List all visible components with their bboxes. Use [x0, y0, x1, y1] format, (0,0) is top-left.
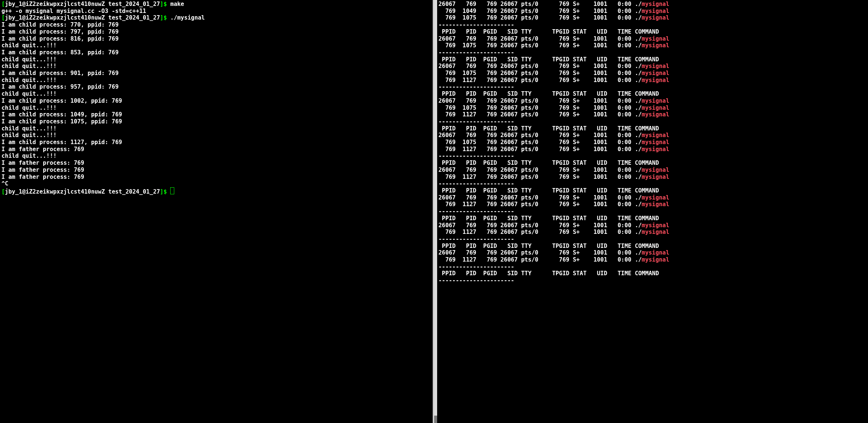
output-line: child quit...!!!	[1, 153, 56, 159]
cmd-prefix: ./	[635, 105, 642, 111]
ps-row: 769 1075 769 26067 pts/0 769 S+ 1001 0:0…	[439, 42, 669, 49]
ps-row: 26067 769 769 26067 pts/0 769 S+ 1001 0:…	[439, 194, 669, 201]
prompt-bracket-close: ]$	[160, 14, 167, 21]
output-line: g++ -o mysignal mysignal.cc -O3 -std=c++…	[1, 8, 146, 14]
prompt-dir: test_2024_01_27	[108, 188, 160, 195]
ps-header: PPID PID PGID SID TTY TPGID STAT UID TIM…	[439, 187, 659, 194]
output-line: child quit...!!!	[1, 91, 56, 97]
prompt-bracket-close: ]$	[160, 188, 167, 195]
output-line: I am father process: 769	[1, 160, 84, 166]
dashes: ----------------------	[439, 263, 514, 270]
output-line: ^C	[1, 180, 8, 187]
ps-row: 26067 769 769 26067 pts/0 769 S+ 1001 0:…	[439, 249, 669, 256]
ps-row: 769 1127 769 26067 pts/0 769 S+ 1001 0:0…	[439, 77, 669, 83]
cmd-name: mysignal	[642, 8, 669, 14]
cursor	[170, 187, 174, 194]
cmd-prefix: ./	[635, 229, 642, 235]
ps-row: 26067 769 769 26067 pts/0 769 S+ 1001 0:…	[439, 222, 669, 229]
ps-row: 26067 769 769 26067 pts/0 769 S+ 1001 0:…	[439, 98, 669, 104]
cmd-prefix: ./	[635, 256, 642, 263]
ps-header: PPID PID PGID SID TTY TPGID STAT UID TIM…	[439, 125, 659, 132]
ps-header: PPID PID PGID SID TTY TPGID STAT UID TIM…	[439, 160, 659, 166]
cmd-prefix: ./	[635, 1, 642, 7]
dashes: ----------------------	[439, 118, 514, 125]
cmd-prefix: ./	[635, 14, 642, 21]
cmd-name: mysignal	[642, 201, 669, 208]
prompt-bracket-open: [	[1, 188, 5, 195]
output-line: child quit...!!!	[1, 56, 56, 63]
cmd-prefix: ./	[635, 139, 642, 146]
cmd-prefix: ./	[635, 222, 642, 229]
dashes: ----------------------	[439, 83, 514, 90]
terminal-right-pane[interactable]: 26067 769 769 26067 pts/0 769 S+ 1001 0:…	[437, 0, 868, 423]
cmd-prefix: ./	[635, 8, 642, 14]
cmd-name: mysignal	[642, 1, 669, 7]
cmd-prefix: ./	[635, 132, 642, 139]
prompt-dir: test_2024_01_27	[108, 14, 160, 21]
cmd-name: mysignal	[642, 132, 669, 139]
ps-row: 26067 769 769 26067 pts/0 769 S+ 1001 0:…	[439, 167, 669, 173]
prompt-dir: test_2024_01_27	[108, 1, 160, 7]
ps-row: 769 1075 769 26067 pts/0 769 S+ 1001 0:0…	[439, 105, 669, 111]
output-line: I am child process: 1127, ppid: 769	[1, 139, 122, 146]
cmd-name: mysignal	[642, 222, 669, 229]
cmd-name: mysignal	[642, 42, 669, 49]
ps-header: PPID PID PGID SID TTY TPGID STAT UID TIM…	[439, 91, 659, 97]
cmd-name: mysignal	[642, 14, 669, 21]
output-line: child quit...!!!	[1, 105, 56, 111]
cmd-name: mysignal	[642, 35, 669, 42]
cmd-name: mysignal	[642, 249, 669, 256]
output-line: I am child process: 1002, ppid: 769	[1, 98, 122, 104]
output-line: I am child process: 853, ppid: 769	[1, 49, 119, 56]
output-line: I am child process: 957, ppid: 769	[1, 83, 119, 90]
output-line: I am child process: 770, ppid: 769	[1, 21, 119, 28]
cmd-name: mysignal	[642, 229, 669, 235]
cmd-name: mysignal	[642, 111, 669, 118]
output-line: child quit...!!!	[1, 132, 56, 139]
prompt-bracket-open: [	[1, 14, 5, 21]
cmd-prefix: ./	[635, 77, 642, 83]
output-line: I am child process: 816, ppid: 769	[1, 35, 119, 42]
ps-row: 769 1127 769 26067 pts/0 769 S+ 1001 0:0…	[439, 174, 669, 180]
output-line: I am child process: 1049, ppid: 769	[1, 111, 122, 118]
output-line: I am child process: 901, ppid: 769	[1, 70, 119, 76]
prompt-bracket-open: [	[1, 1, 5, 7]
terminal-left-pane[interactable]: [jby_1@iZ2zeikwpxzjlcst410nuwZ test_2024…	[0, 0, 434, 423]
ps-row: 26067 769 769 26067 pts/0 769 S+ 1001 0:…	[439, 35, 669, 42]
ps-row: 26067 769 769 26067 pts/0 769 S+ 1001 0:…	[439, 132, 669, 139]
ps-header: PPID PID PGID SID TTY TPGID STAT UID TIM…	[439, 215, 659, 222]
output-line: child quit...!!!	[1, 63, 56, 69]
cmd-name: mysignal	[642, 146, 669, 153]
ps-row: 769 1127 769 26067 pts/0 769 S+ 1001 0:0…	[439, 111, 669, 118]
dashes: ----------------------	[439, 236, 514, 242]
cmd-prefix: ./	[635, 98, 642, 104]
cmd-name: mysignal	[642, 77, 669, 83]
ps-header: PPID PID PGID SID TTY TPGID STAT UID TIM…	[439, 270, 659, 277]
prompt-sep	[105, 188, 108, 195]
scrollbar-thumb[interactable]	[434, 416, 437, 423]
cmd-name: mysignal	[642, 194, 669, 201]
ps-row: 769 1127 769 26067 pts/0 769 S+ 1001 0:0…	[439, 146, 669, 153]
prompt-sep	[105, 14, 108, 21]
dashes: ----------------------	[439, 21, 514, 28]
prompt-sep	[105, 1, 108, 7]
cmd-prefix: ./	[635, 70, 642, 76]
output-line: I am child process: 1075, ppid: 769	[1, 118, 122, 125]
ps-row: 769 1075 769 26067 pts/0 769 S+ 1001 0:0…	[439, 14, 669, 21]
dashes: ----------------------	[439, 49, 514, 56]
pane-divider[interactable]	[434, 0, 437, 423]
ps-row: 769 1049 769 26067 pts/0 769 S+ 1001 0:0…	[439, 8, 669, 14]
cmd-prefix: ./	[635, 42, 642, 49]
output-line: I am father process: 769	[1, 146, 84, 153]
ps-row: 769 1127 769 26067 pts/0 769 S+ 1001 0:0…	[439, 201, 669, 208]
output-line: I am father process: 769	[1, 174, 84, 180]
ps-header: PPID PID PGID SID TTY TPGID STAT UID TIM…	[439, 243, 659, 249]
prompt-user-host: jby_1@iZ2zeikwpxzjlcst410nuwZ	[5, 188, 105, 195]
cmd-prefix: ./	[635, 111, 642, 118]
command-text: make	[170, 1, 184, 7]
ps-row: 769 1075 769 26067 pts/0 769 S+ 1001 0:0…	[439, 139, 669, 146]
cmd-prefix: ./	[635, 194, 642, 201]
ps-row: 769 1127 769 26067 pts/0 769 S+ 1001 0:0…	[439, 256, 669, 263]
cmd-name: mysignal	[642, 256, 669, 263]
cmd-prefix: ./	[635, 63, 642, 69]
